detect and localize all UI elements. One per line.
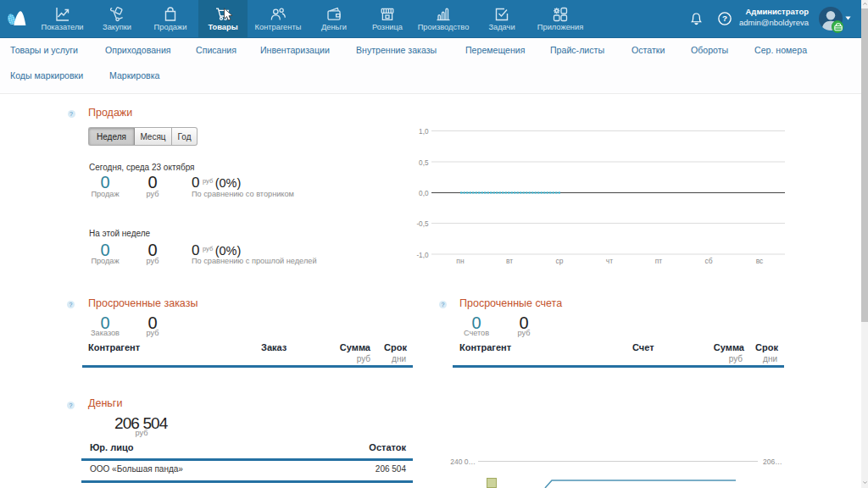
- svg-text:вт: вт: [506, 257, 513, 265]
- svg-text:0,5: 0,5: [419, 159, 429, 167]
- svg-text:пн: пн: [456, 257, 465, 265]
- svg-text:0,0: 0,0: [419, 190, 429, 197]
- svg-text:ср: ср: [556, 257, 564, 265]
- svg-text:вс: вс: [756, 257, 764, 265]
- svg-text:-0,5: -0,5: [416, 220, 429, 228]
- svg-text:пт: пт: [655, 257, 663, 265]
- svg-text:-1,0: -1,0: [416, 252, 429, 259]
- svg-text:сб: сб: [704, 257, 712, 265]
- svg-text:чт: чт: [606, 257, 613, 265]
- svg-text:1,0: 1,0: [419, 128, 429, 136]
